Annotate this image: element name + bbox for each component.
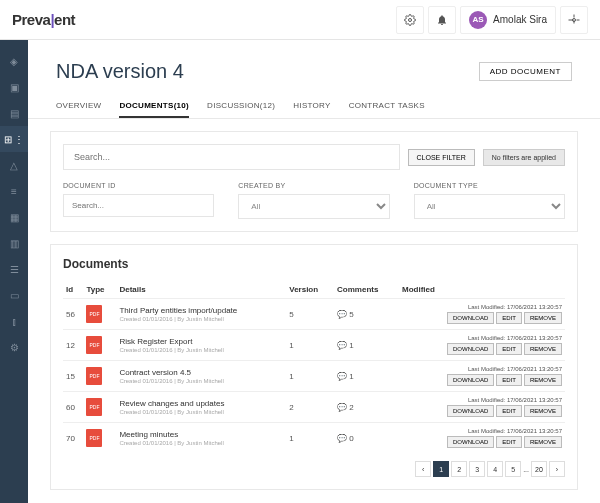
- document-id-label: DOCUMENT ID: [63, 182, 214, 189]
- remove-button[interactable]: REMOVE: [524, 343, 562, 355]
- sidebar-chart-icon[interactable]: ⫿: [0, 308, 28, 334]
- tab-overview[interactable]: OVERVIEW: [56, 95, 101, 118]
- table-row: 12PDFRisk Register ExportCreated 01/01/2…: [63, 330, 565, 361]
- sidebar-tasks-icon[interactable]: ☰: [0, 256, 28, 282]
- pdf-icon: PDF: [86, 398, 102, 416]
- edit-button[interactable]: EDIT: [496, 374, 522, 386]
- table-row: 60PDFReview changes and updatesCreated 0…: [63, 392, 565, 423]
- cell-id: 60: [63, 392, 83, 423]
- pdf-icon: PDF: [86, 367, 102, 385]
- page-button[interactable]: 20: [531, 461, 547, 477]
- page-button[interactable]: ‹: [415, 461, 431, 477]
- sidebar-settings-icon[interactable]: ⚙: [0, 334, 28, 360]
- created-by-select[interactable]: All: [238, 194, 389, 219]
- gear-icon[interactable]: [560, 6, 588, 34]
- tab-history[interactable]: HISTORY: [293, 95, 330, 118]
- edit-button[interactable]: EDIT: [496, 312, 522, 324]
- no-filters-label: No filters are applied: [483, 149, 565, 166]
- page-button[interactable]: 4: [487, 461, 503, 477]
- cell-version: 1: [286, 423, 334, 454]
- bell-icon[interactable]: [428, 6, 456, 34]
- documents-panel: Documents Id Type Details Version Commen…: [50, 244, 578, 490]
- page-button[interactable]: ›: [549, 461, 565, 477]
- avatar: AS: [469, 11, 487, 29]
- doc-title[interactable]: Contract version 4.5: [119, 368, 283, 377]
- th-comments: Comments: [334, 281, 399, 299]
- doc-title[interactable]: Meeting minutes: [119, 430, 283, 439]
- remove-button[interactable]: REMOVE: [524, 436, 562, 448]
- doc-subtitle: Created 01/01/2016 | By Justin Mitchell: [119, 409, 283, 415]
- sidebar-alert-icon[interactable]: △: [0, 152, 28, 178]
- sidebar: ◈ ▣ ▤ ⊞ ⋮ △ ≡ ▦ ▥ ☰ ▭ ⫿ ⚙: [0, 40, 28, 503]
- remove-button[interactable]: REMOVE: [524, 405, 562, 417]
- cell-id: 15: [63, 361, 83, 392]
- doc-subtitle: Created 01/01/2016 | By Justin Mitchell: [119, 316, 283, 322]
- tab-documents-[interactable]: DOCUMENTS(10): [119, 95, 189, 118]
- doc-subtitle: Created 01/01/2016 | By Justin Mitchell: [119, 378, 283, 384]
- cell-comments[interactable]: 💬 2: [334, 392, 399, 423]
- cell-comments[interactable]: 💬 0: [334, 423, 399, 454]
- tab-contract-tasks[interactable]: CONTRACT TASKS: [349, 95, 425, 118]
- cell-id: 56: [63, 299, 83, 330]
- modified-text: Last Modified: 17/06/2021 13:20:57: [402, 397, 562, 403]
- cell-version: 1: [286, 361, 334, 392]
- document-type-select[interactable]: All: [414, 194, 565, 219]
- sidebar-grid-icon[interactable]: ▦: [0, 204, 28, 230]
- page-button[interactable]: 1: [433, 461, 449, 477]
- th-details: Details: [116, 281, 286, 299]
- page-button[interactable]: 5: [505, 461, 521, 477]
- doc-title[interactable]: Review changes and updates: [119, 399, 283, 408]
- cell-comments[interactable]: 💬 1: [334, 330, 399, 361]
- cell-id: 70: [63, 423, 83, 454]
- cell-comments[interactable]: 💬 1: [334, 361, 399, 392]
- doc-subtitle: Created 01/01/2016 | By Justin Mitchell: [119, 347, 283, 353]
- sidebar-entities-icon[interactable]: ⊞ ⋮: [0, 126, 28, 152]
- edit-button[interactable]: EDIT: [496, 405, 522, 417]
- user-menu[interactable]: AS Amolak Sira: [460, 6, 556, 34]
- cell-version: 1: [286, 330, 334, 361]
- page-button[interactable]: 2: [451, 461, 467, 477]
- doc-title[interactable]: Risk Register Export: [119, 337, 283, 346]
- cell-version: 2: [286, 392, 334, 423]
- filter-panel: CLOSE FILTER No filters are applied DOCU…: [50, 131, 578, 232]
- download-button[interactable]: DOWNLOAD: [447, 374, 494, 386]
- tabs: OVERVIEWDOCUMENTS(10)DISCUSSION(12)HISTO…: [28, 95, 600, 119]
- sidebar-dashboard-icon[interactable]: ◈: [0, 48, 28, 74]
- remove-button[interactable]: REMOVE: [524, 312, 562, 324]
- cell-version: 5: [286, 299, 334, 330]
- edit-button[interactable]: EDIT: [496, 343, 522, 355]
- pagination-ellipsis: ...: [523, 466, 529, 473]
- document-type-label: DOCUMENT TYPE: [414, 182, 565, 189]
- sidebar-inbox-icon[interactable]: ▣: [0, 74, 28, 100]
- close-filter-button[interactable]: CLOSE FILTER: [408, 149, 475, 166]
- pdf-icon: PDF: [86, 336, 102, 354]
- settings-icon[interactable]: [396, 6, 424, 34]
- download-button[interactable]: DOWNLOAD: [447, 343, 494, 355]
- sidebar-calendar-icon[interactable]: ▥: [0, 230, 28, 256]
- remove-button[interactable]: REMOVE: [524, 374, 562, 386]
- th-version: Version: [286, 281, 334, 299]
- logo: Preva|ent: [12, 11, 75, 28]
- sidebar-list-icon[interactable]: ≡: [0, 178, 28, 204]
- th-modified: Modified: [399, 281, 565, 299]
- sidebar-document-icon[interactable]: ▤: [0, 100, 28, 126]
- table-row: 15PDFContract version 4.5Created 01/01/2…: [63, 361, 565, 392]
- doc-title[interactable]: Third Party entities import/update: [119, 306, 283, 315]
- table-row: 70PDFMeeting minutesCreated 01/01/2016 |…: [63, 423, 565, 454]
- tab-discussion-[interactable]: DISCUSSION(12): [207, 95, 275, 118]
- cell-comments[interactable]: 💬 5: [334, 299, 399, 330]
- sidebar-folder-icon[interactable]: ▭: [0, 282, 28, 308]
- page-button[interactable]: 3: [469, 461, 485, 477]
- pdf-icon: PDF: [86, 305, 102, 323]
- download-button[interactable]: DOWNLOAD: [447, 405, 494, 417]
- edit-button[interactable]: EDIT: [496, 436, 522, 448]
- created-by-label: CREATED BY: [238, 182, 389, 189]
- svg-point-0: [409, 18, 412, 21]
- download-button[interactable]: DOWNLOAD: [447, 436, 494, 448]
- search-input[interactable]: [63, 144, 400, 170]
- th-type: Type: [83, 281, 116, 299]
- add-document-button[interactable]: ADD DOCUMENT: [479, 62, 572, 81]
- download-button[interactable]: DOWNLOAD: [447, 312, 494, 324]
- cell-id: 12: [63, 330, 83, 361]
- document-id-input[interactable]: [63, 194, 214, 217]
